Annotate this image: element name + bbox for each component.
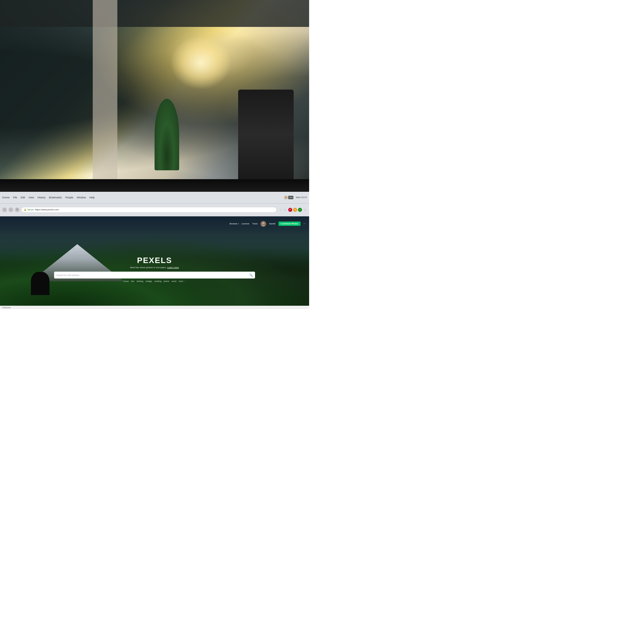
user-name-label[interactable]: Daniel <box>269 222 276 225</box>
chrome-menu-item-history[interactable]: History <box>37 196 46 199</box>
toolbar-icons: 📶 100% <box>284 196 293 199</box>
status-bar: Searches <box>0 306 309 309</box>
pinterest-icon[interactable]: P <box>288 208 292 212</box>
search-tag-meeting[interactable]: meeting <box>154 280 161 282</box>
close-tab-icon[interactable]: ✕ <box>303 208 307 212</box>
plant <box>155 99 179 171</box>
clock-display: Wed 16:15 <box>296 196 307 199</box>
screen-area: hrome File Edit View History Bookmarks P… <box>0 192 309 309</box>
browse-chevron-icon: ▾ <box>238 223 239 225</box>
hero-content: PEXELS Best free stock photos in one pla… <box>0 231 309 282</box>
chrome-menu-item-file[interactable]: File <box>13 196 17 199</box>
back-button[interactable]: ‹ <box>2 208 7 212</box>
chrome-menu-item-view[interactable]: View <box>29 196 34 199</box>
pexels-navbar: Browse ▾ License Tools Daniel Contribute… <box>0 216 309 231</box>
browse-label: Browse <box>230 222 237 225</box>
background-photo <box>0 0 309 179</box>
chair <box>238 90 294 179</box>
chrome-menu-item-window[interactable]: Window <box>77 196 86 199</box>
pexels-logo: PEXELS <box>137 256 172 265</box>
search-tag-phone[interactable]: phone <box>164 280 169 282</box>
search-tag-house[interactable]: house <box>123 280 129 282</box>
chrome-menu-item-help[interactable]: Help <box>89 196 95 199</box>
chrome-menu: hrome File Edit View History Bookmarks P… <box>2 196 95 199</box>
hero-tagline: Best free stock photos in one place. Lea… <box>130 266 179 269</box>
monitor-bezel <box>0 179 309 191</box>
ext-icon-1[interactable]: ★ <box>293 208 297 212</box>
shield-icon[interactable]: 🛡 <box>283 208 287 212</box>
tagline-text: Best free stock photos in one place. <box>130 266 167 269</box>
search-container: Search for free photos... 🔍 <box>54 272 255 278</box>
address-bar[interactable]: 🔒 Secure https://www.pexels.com <box>21 207 277 213</box>
ceiling-dark <box>0 0 309 27</box>
search-tag-wood[interactable]: wood <box>172 280 177 282</box>
chrome-menu-item-hrome[interactable]: hrome <box>2 196 10 199</box>
chrome-status-bar: 📶 100% Wed 16:15 <box>284 196 307 199</box>
browse-nav-item[interactable]: Browse ▾ <box>230 222 239 225</box>
search-tag-blur[interactable]: blur <box>131 280 135 282</box>
ceiling-beam <box>93 0 117 179</box>
tools-nav-item[interactable]: Tools <box>252 222 258 225</box>
chrome-menu-item-people[interactable]: People <box>65 196 73 199</box>
search-tag-vintage[interactable]: vintage <box>146 280 152 282</box>
status-text: Searches <box>2 307 11 309</box>
svg-point-1 <box>262 222 264 224</box>
url-display: https://www.pexels.com <box>35 208 59 211</box>
star-icon[interactable]: ☆ <box>278 208 283 212</box>
forward-button[interactable]: › <box>9 208 13 212</box>
chrome-menu-item-edit[interactable]: Edit <box>21 196 25 199</box>
address-bar-row: ‹ › ↻ 🔒 Secure https://www.pexels.com ☆ … <box>0 204 309 216</box>
ext-icon-2[interactable]: G <box>298 208 302 212</box>
license-nav-item[interactable]: License <box>242 222 250 225</box>
user-avatar[interactable] <box>260 221 266 227</box>
search-tags: house blur training vintage meeting phon… <box>123 280 186 282</box>
search-bar[interactable]: Search for free photos... 🔍 <box>54 272 255 278</box>
more-options-button[interactable]: ··· <box>303 222 306 225</box>
wifi-icon: 📶 <box>284 196 288 199</box>
battery-icon: 100% <box>288 196 293 199</box>
pexels-website: Browse ▾ License Tools Daniel Contribute… <box>0 216 309 309</box>
search-tag-training[interactable]: training <box>137 280 143 282</box>
window-glow <box>170 36 232 90</box>
search-tag-more[interactable]: more → <box>179 280 186 282</box>
secure-label: Secure <box>27 209 34 211</box>
address-icons: ☆ 🛡 P ★ G ✕ <box>278 208 307 212</box>
chrome-menu-bar: hrome File Edit View History Bookmarks P… <box>0 192 309 204</box>
secure-icon: 🔒 <box>24 208 27 211</box>
learn-more-link[interactable]: Learn more <box>167 266 179 269</box>
contribute-photos-button[interactable]: Contribute Photos <box>278 222 301 226</box>
search-icon[interactable]: 🔍 <box>249 274 253 277</box>
chrome-menu-item-bookmarks[interactable]: Bookmarks <box>49 196 62 199</box>
refresh-button[interactable]: ↻ <box>15 208 19 212</box>
search-placeholder-text: Search for free photos... <box>56 274 249 276</box>
